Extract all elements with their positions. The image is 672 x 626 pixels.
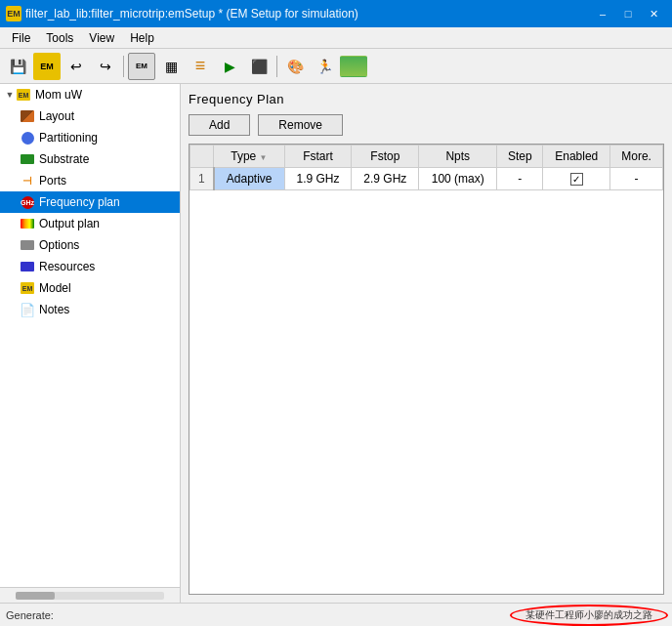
remove-button[interactable]: Remove xyxy=(258,114,343,136)
row-fstop[interactable]: 2.9 GHz xyxy=(352,168,419,190)
sidebar-item-layout[interactable]: Layout xyxy=(0,105,180,127)
app-icon: EM xyxy=(6,6,21,21)
menu-bar: File Tools View Help xyxy=(0,27,672,49)
stack-button[interactable]: ▦ xyxy=(157,53,185,80)
status-label: Generate: xyxy=(6,609,54,621)
frequency-table: Type ▼ Fstart Fstop Npts S xyxy=(189,145,663,190)
sidebar-item-notes[interactable]: 📄 Notes xyxy=(0,299,180,320)
em-button[interactable]: EM xyxy=(33,53,61,80)
minimize-button[interactable]: – xyxy=(590,4,615,23)
root-icon: EM xyxy=(16,88,31,102)
save-button[interactable]: 💾 xyxy=(4,53,31,80)
menu-file[interactable]: File xyxy=(4,29,38,47)
notes-icon: 📄 xyxy=(20,303,35,316)
undo-button[interactable]: ↩ xyxy=(63,53,90,80)
sidebar-item-frequency-plan[interactable]: GHz Frequency plan xyxy=(0,191,180,213)
toolbar: 💾 EM ↩ ↪ EM ▦ ≡ ▶ ⬛ 🎨 🏃 xyxy=(0,49,672,84)
watermark: 某硬件工程师小廖的成功之路 xyxy=(510,605,668,626)
enabled-checkbox[interactable]: ✓ xyxy=(570,173,583,186)
status-bar: Generate: 某硬件工程师小廖的成功之路 xyxy=(0,603,672,626)
row-enabled[interactable]: ✓ xyxy=(543,168,610,190)
figure-button[interactable]: 🏃 xyxy=(311,53,338,80)
hscroll-track[interactable] xyxy=(16,592,164,600)
table-row[interactable]: 1 Adaptive 1.9 GHz 2.9 GHz 100 (max) - ✓… xyxy=(190,168,663,190)
content-area: Frequency Plan Add Remove Type ▼ Fstart xyxy=(181,84,672,603)
sidebar-item-options[interactable]: Options xyxy=(0,234,180,256)
add-button[interactable]: Add xyxy=(189,114,250,136)
title-text: filter_lab_lib:filter_microtrip:emSetup … xyxy=(25,7,358,21)
row-more[interactable]: - xyxy=(610,168,663,190)
sidebar-tree: ▼ EM Mom uW Layout Partitioning xyxy=(0,84,180,587)
terrain-button[interactable] xyxy=(340,56,367,77)
menu-tools[interactable]: Tools xyxy=(38,29,81,47)
main-layout: ▼ EM Mom uW Layout Partitioning xyxy=(0,84,672,603)
sidebar: ▼ EM Mom uW Layout Partitioning xyxy=(0,84,181,603)
title-bar: EM filter_lab_lib:filter_microtrip:emSet… xyxy=(0,0,672,27)
frequency-table-wrapper: Type ▼ Fstart Fstop Npts S xyxy=(189,144,664,595)
output-icon xyxy=(20,217,35,230)
sort-type-icon: ▼ xyxy=(260,153,268,162)
col-enabled[interactable]: Enabled xyxy=(543,146,610,168)
col-fstart[interactable]: Fstart xyxy=(284,146,352,168)
action-buttons: Add Remove xyxy=(189,114,664,136)
expand-icon: ▼ xyxy=(4,90,16,100)
sidebar-item-output-plan[interactable]: Output plan xyxy=(0,213,180,234)
notes-label: Notes xyxy=(39,303,69,316)
root-label: Mom uW xyxy=(35,88,82,102)
col-step[interactable]: Step xyxy=(497,146,543,168)
freq-icon: GHz xyxy=(20,195,35,209)
menu-view[interactable]: View xyxy=(81,29,122,47)
col-type[interactable]: Type ▼ xyxy=(214,146,284,168)
row-step[interactable]: - xyxy=(497,168,543,190)
redo-button[interactable]: ↪ xyxy=(92,53,119,80)
row-type[interactable]: Adaptive xyxy=(214,168,284,190)
row-fstart[interactable]: 1.9 GHz xyxy=(284,168,352,190)
col-more[interactable]: More. xyxy=(610,146,663,168)
row-num: 1 xyxy=(190,168,214,190)
ports-icon: ⊣ xyxy=(20,174,35,188)
partition-icon xyxy=(20,131,35,145)
sidebar-item-model[interactable]: EM Model xyxy=(0,277,180,299)
resources-icon xyxy=(20,260,35,273)
col-fstop[interactable]: Fstop xyxy=(352,146,419,168)
row-npts[interactable]: 100 (max) xyxy=(419,168,497,190)
menu-help[interactable]: Help xyxy=(122,29,162,47)
bars-button[interactable]: ≡ xyxy=(187,53,214,80)
ports-label: Ports xyxy=(39,174,66,188)
options-icon xyxy=(20,238,35,252)
cube-button[interactable]: ⬛ xyxy=(245,53,273,80)
sidebar-hscroll[interactable] xyxy=(0,587,180,603)
sidebar-item-partitioning[interactable]: Partitioning xyxy=(0,127,180,148)
maximize-button[interactable]: □ xyxy=(615,4,641,23)
em2-button[interactable]: EM xyxy=(128,53,155,80)
col-npts[interactable]: Npts xyxy=(419,146,497,168)
close-button[interactable]: ✕ xyxy=(641,4,666,23)
col-num xyxy=(190,146,214,168)
model-label: Model xyxy=(39,281,71,295)
hscroll-thumb[interactable] xyxy=(16,592,55,600)
layout-icon xyxy=(20,109,35,123)
substrate-icon xyxy=(20,152,35,166)
substrate-label: Substrate xyxy=(39,152,89,166)
output-label: Output plan xyxy=(39,217,100,230)
palette-button[interactable]: 🎨 xyxy=(281,53,309,80)
sidebar-item-substrate[interactable]: Substrate xyxy=(0,148,180,170)
sidebar-item-ports[interactable]: ⊣ Ports xyxy=(0,170,180,191)
partition-label: Partitioning xyxy=(39,131,98,145)
resources-label: Resources xyxy=(39,260,95,273)
layout-label: Layout xyxy=(39,109,74,123)
play-button[interactable]: ▶ xyxy=(216,53,243,80)
separator-1 xyxy=(123,56,124,77)
model-icon: EM xyxy=(20,281,35,295)
separator-2 xyxy=(276,56,277,77)
options-label: Options xyxy=(39,238,79,252)
sidebar-root[interactable]: ▼ EM Mom uW xyxy=(0,84,180,105)
sidebar-item-resources[interactable]: Resources xyxy=(0,256,180,277)
freq-label: Frequency plan xyxy=(39,195,120,209)
section-title: Frequency Plan xyxy=(189,92,664,106)
